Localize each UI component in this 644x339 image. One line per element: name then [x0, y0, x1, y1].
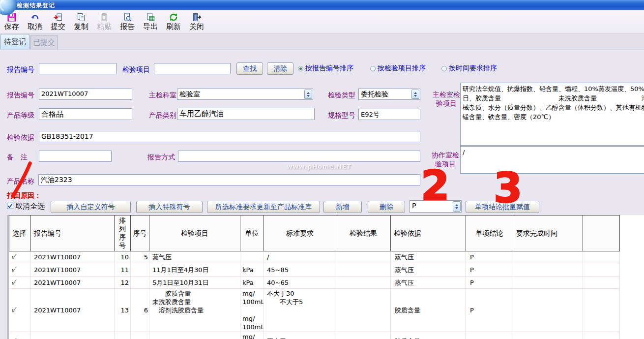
col-header-conclusion[interactable]: 单项结论	[466, 216, 513, 251]
spinner-icon[interactable]	[453, 201, 461, 212]
col-header-order[interactable]: 排列序号	[115, 216, 131, 251]
batch-assign-button[interactable]: 单项结论批量赋值	[466, 201, 539, 213]
insert-custom-symbol-button[interactable]: 插入自定义符号	[51, 201, 131, 213]
row-unit[interactable]: kPa	[240, 277, 264, 289]
row-conclusion[interactable]: P	[466, 263, 513, 277]
tab-submitted[interactable]: 已提交	[30, 35, 58, 49]
main-items-textarea[interactable]: 研究法辛烷值、抗爆指数、铅含量、馏程、10%蒸发温度、50%蒸发温度 日、胶质含…	[460, 83, 644, 146]
insert-special-symbol-button[interactable]: 插入特殊符号	[136, 201, 203, 213]
clear-button[interactable]: 清除	[267, 62, 293, 75]
report-no-field[interactable]: 2021WT10007	[39, 89, 132, 100]
row-seq[interactable]: 5	[131, 251, 149, 263]
row-standard[interactable]: 不大于30 不大于5	[264, 289, 336, 332]
col-header-select[interactable]: 选择	[9, 216, 31, 251]
row-due[interactable]	[513, 263, 583, 277]
grade-field[interactable]: 合格品	[39, 108, 132, 120]
row-check[interactable]: √	[9, 277, 31, 289]
select-all-checkbox[interactable]	[7, 203, 13, 209]
row-result[interactable]	[336, 263, 391, 277]
row-basis[interactable]: 蒸气压	[391, 263, 466, 277]
find-button[interactable]: 查找	[236, 62, 263, 75]
row-due[interactable]	[513, 277, 583, 289]
row-standard[interactable]: 不大于30	[264, 332, 336, 339]
sort-by-item-radio[interactable]: 按检验项目排序	[370, 64, 426, 73]
row-due[interactable]	[513, 332, 583, 339]
row-basis[interactable]: 蒸气压	[391, 277, 466, 289]
product-name-field[interactable]: 汽油2323	[38, 174, 420, 185]
remark-field[interactable]	[39, 151, 112, 162]
row-order[interactable]: 13	[115, 289, 131, 332]
row-order[interactable]: 12	[115, 277, 131, 289]
paste-button[interactable]: 粘贴	[94, 12, 114, 32]
row-unit[interactable]	[240, 251, 264, 263]
row-due[interactable]	[513, 251, 583, 263]
row-unit[interactable]: kPa	[240, 263, 264, 277]
row-conclusion[interactable]: P	[466, 332, 513, 339]
row-standard[interactable]: /	[264, 251, 336, 263]
tab-pending[interactable]: 待登记	[0, 34, 29, 49]
col-header-basis[interactable]: 检验依据	[391, 216, 466, 251]
row-item[interactable]: 蒸气压	[149, 251, 240, 263]
row-report-no[interactable]: 2021WT10007	[31, 277, 115, 289]
col-header-result[interactable]: 检验结果	[336, 216, 391, 251]
row-seq[interactable]	[131, 332, 149, 339]
row-result[interactable]	[336, 332, 391, 339]
spinner-icon[interactable]	[411, 90, 419, 99]
row-due[interactable]	[513, 289, 583, 332]
col-header-due[interactable]: 要求完成时间	[513, 216, 583, 251]
delete-button[interactable]: 删除	[368, 201, 405, 213]
col-header-report-no[interactable]: 报告编号	[31, 216, 115, 251]
row-report-no[interactable]: 2021WT10007	[31, 289, 115, 332]
basis-field[interactable]: GB18351-2017	[39, 131, 420, 142]
table-row[interactable]: √ 2021WT10007 11 11月1日至4月30日 kPa 45~85 蒸…	[9, 263, 644, 277]
row-check[interactable]: √	[9, 251, 31, 263]
row-unit[interactable]: mg/ 100mL mg/ 100mL	[240, 289, 264, 332]
row-conclusion[interactable]: P	[466, 289, 513, 332]
table-row[interactable]: √ 2021WT10007 10 5 蒸气压 / 蒸气压 P	[9, 251, 644, 263]
copy-button[interactable]: 复制	[71, 12, 91, 32]
row-item[interactable]	[149, 332, 240, 339]
main-dept-select[interactable]: 检验室	[177, 89, 313, 100]
row-check[interactable]: √	[9, 289, 31, 332]
row-unit[interactable]: mg/ 100mL	[240, 332, 264, 339]
category-field[interactable]: 车用乙醇汽油	[177, 108, 315, 120]
row-conclusion[interactable]: P	[466, 251, 513, 263]
row-result[interactable]	[336, 289, 391, 332]
row-order[interactable]: 10	[115, 251, 131, 263]
row-result[interactable]	[336, 251, 391, 263]
col-header-seq[interactable]: 序号	[131, 216, 149, 251]
row-basis[interactable]: 胶质含量	[391, 289, 466, 332]
report-button[interactable]: 报告	[117, 12, 137, 32]
sort-by-report-no-radio[interactable]: 按报告编号排序	[298, 64, 353, 73]
row-seq[interactable]: 6	[131, 289, 149, 332]
coop-items-textarea[interactable]: /	[460, 146, 644, 174]
spec-model-field[interactable]: E92号	[358, 109, 420, 120]
row-report-no[interactable]: 2021WT10007	[31, 332, 115, 339]
row-item[interactable]: 5月1日至10月31日	[149, 277, 240, 289]
inspect-type-select[interactable]: 委托检验	[358, 89, 420, 100]
search-report-no-input[interactable]	[39, 63, 117, 74]
row-order[interactable]: 14	[115, 332, 131, 339]
export-button[interactable]: 导出	[141, 12, 160, 32]
search-item-input[interactable]	[154, 63, 231, 74]
row-check[interactable]: √	[9, 332, 31, 339]
add-button[interactable]: 新增	[323, 201, 362, 213]
row-result[interactable]	[336, 277, 391, 289]
row-report-no[interactable]: 2021WT10007	[31, 263, 115, 277]
table-row[interactable]: √ 2021WT10007 12 5月1日至10月31日 kPa 40~65 蒸…	[9, 277, 644, 289]
row-seq[interactable]	[131, 263, 149, 277]
row-seq[interactable]	[131, 277, 149, 289]
sort-by-time-radio[interactable]: 按时间要求排序	[441, 64, 497, 73]
update-standard-button[interactable]: 所选标准要求更新至产品标准库	[207, 201, 320, 213]
undo-button[interactable]: 取消	[25, 12, 45, 32]
table-row[interactable]: √ 2021WT10007 14 mg/ 100mL 不大于30 胶质含量 P	[9, 332, 644, 339]
row-order[interactable]: 11	[115, 263, 131, 277]
conclusion-select[interactable]: P	[410, 200, 462, 213]
row-item[interactable]: 11月1日至4月30日	[149, 263, 240, 277]
row-standard[interactable]: 45~85	[264, 263, 336, 277]
refresh-button[interactable]: 刷新	[164, 12, 183, 32]
col-header-standard[interactable]: 标准要求	[264, 216, 336, 251]
row-conclusion[interactable]: P	[466, 277, 513, 289]
row-basis[interactable]: 胶质含量	[391, 332, 466, 339]
row-report-no[interactable]: 2021WT10007	[31, 251, 115, 263]
